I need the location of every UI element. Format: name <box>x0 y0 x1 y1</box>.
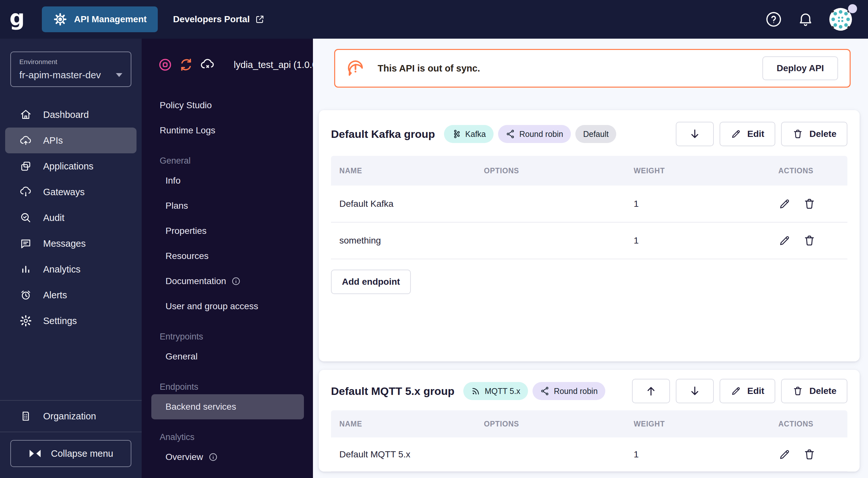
edit-endpoint-button[interactable] <box>778 234 791 247</box>
api-title: lydia_test_api (1.0.0) <box>234 60 313 70</box>
main-content: This API is out of sync. Deploy API Defa… <box>313 39 868 478</box>
api-menu-properties[interactable]: Properties <box>142 218 313 243</box>
badge-label: Kafka <box>465 129 486 139</box>
table-row: Default Kafka 1 <box>331 185 847 222</box>
table-header-row: NAME OPTIONS WEIGHT ACTIONS <box>331 410 847 438</box>
sidebar-item-dashboard[interactable]: Dashboard <box>5 102 136 127</box>
edit-group-button[interactable]: Edit <box>720 122 775 146</box>
external-link-icon <box>255 14 265 24</box>
sidebar-item-settings[interactable]: Settings <box>5 308 136 334</box>
endpoints-table: NAME OPTIONS WEIGHT ACTIONS Default Kafk… <box>331 156 847 259</box>
api-menu-label: Overview <box>165 452 203 462</box>
edit-endpoint-button[interactable] <box>778 198 791 210</box>
api-sync-icon[interactable] <box>178 57 194 72</box>
api-header: lydia_test_api (1.0.0) <box>142 55 313 74</box>
avatar-status-dot <box>848 4 857 13</box>
api-menu-plans[interactable]: Plans <box>142 193 313 218</box>
sidebar-item-audit[interactable]: Audit <box>5 205 136 231</box>
deploy-api-button[interactable]: Deploy API <box>763 56 838 80</box>
gravitee-logo[interactable]: g <box>0 7 34 31</box>
kafka-icon <box>452 129 461 139</box>
arrow-down-icon <box>688 385 701 397</box>
cell-name: something <box>331 222 475 259</box>
pencil-icon <box>731 386 741 396</box>
notifications-button[interactable] <box>797 11 814 28</box>
delete-endpoint-button[interactable] <box>803 448 816 461</box>
api-menu-resources[interactable]: Resources <box>142 243 313 269</box>
applications-icon <box>19 160 32 173</box>
pencil-icon <box>731 128 741 140</box>
sidebar-item-label: APIs <box>43 135 63 146</box>
sidebar-item-messages[interactable]: Messages <box>5 231 136 257</box>
col-header-options: OPTIONS <box>475 156 625 185</box>
environment-selector[interactable]: Environment fr-apim-master-dev <box>10 52 131 87</box>
api-menu-runtime-logs[interactable]: Runtime Logs <box>142 118 313 143</box>
edit-label: Edit <box>747 129 764 139</box>
chevron-down-icon <box>116 73 122 77</box>
badge-label: Round robin <box>519 129 563 139</box>
badge-round-robin: Round robin <box>532 382 605 400</box>
api-management-tab[interactable]: API Management <box>42 6 158 32</box>
sidebar-item-apis[interactable]: APIs <box>5 127 136 153</box>
delete-endpoint-button[interactable] <box>803 234 816 247</box>
collapse-icon <box>28 450 42 457</box>
sidebar-item-label: Settings <box>43 316 77 326</box>
home-icon <box>19 108 32 121</box>
badge-label: MQTT 5.x <box>485 387 520 396</box>
api-stop-icon[interactable] <box>158 57 173 72</box>
delete-label: Delete <box>809 386 836 396</box>
cell-name: Default Kafka <box>331 185 475 222</box>
sidebar-item-label: Dashboard <box>43 110 89 120</box>
sidebar-item-applications[interactable]: Applications <box>5 153 136 179</box>
api-menu-policy-studio[interactable]: Policy Studio <box>142 93 313 118</box>
sidebar-item-label: Alerts <box>43 290 67 301</box>
divider <box>0 431 142 432</box>
api-menu-user-group-access[interactable]: User and group access <box>142 294 313 319</box>
badge-label: Default <box>583 129 609 139</box>
api-menu-backend-services[interactable]: Backend services <box>151 394 304 419</box>
alarm-clock-icon <box>19 289 32 301</box>
move-group-up-button[interactable] <box>632 379 670 403</box>
delete-label: Delete <box>809 129 836 139</box>
help-button[interactable] <box>765 11 782 28</box>
audit-search-icon <box>19 211 32 224</box>
move-group-down-button[interactable] <box>676 122 714 146</box>
delete-group-button[interactable]: Delete <box>781 122 847 146</box>
cell-name: Default MQTT 5.x <box>331 438 475 472</box>
warning-bubble-icon <box>347 59 365 77</box>
api-not-deployed-cloud-icon[interactable] <box>199 57 216 73</box>
delete-endpoint-button[interactable] <box>803 197 816 211</box>
user-avatar[interactable] <box>829 7 852 31</box>
arrow-up-icon <box>645 385 657 397</box>
api-menu-info[interactable]: Info <box>142 168 313 193</box>
organization-icon <box>19 410 32 423</box>
badge-kafka: Kafka <box>444 125 494 143</box>
mqtt-signal-icon <box>471 386 481 396</box>
sidebar-item-alerts[interactable]: Alerts <box>5 282 136 308</box>
group-title: Default Kafka group <box>331 128 435 141</box>
collapse-menu-button[interactable]: Collapse menu <box>10 440 131 467</box>
api-menu-overview[interactable]: Overview <box>142 445 313 470</box>
col-header-actions: ACTIONS <box>770 410 847 438</box>
api-menu-entrypoints-general[interactable]: General <box>142 344 313 369</box>
edit-group-button[interactable]: Edit <box>720 379 775 403</box>
info-icon <box>231 276 241 286</box>
edit-endpoint-button[interactable] <box>778 448 791 461</box>
move-group-down-button[interactable] <box>676 379 714 403</box>
sidebar-nav: Dashboard APIs Applications <box>0 102 142 334</box>
sidebar-item-organization[interactable]: Organization <box>0 401 142 431</box>
group-title: Default MQTT 5.x group <box>331 385 454 397</box>
sidebar-item-label: Applications <box>43 161 93 172</box>
col-header-weight: WEIGHT <box>625 410 770 438</box>
share-nodes-icon <box>540 386 550 396</box>
cell-weight: 1 <box>625 222 770 259</box>
cloud-gateway-icon <box>19 185 32 199</box>
collapse-menu-label: Collapse menu <box>51 448 113 459</box>
main-sidebar: Environment fr-apim-master-dev Dashboard <box>0 39 142 478</box>
sidebar-item-gateways[interactable]: Gateways <box>5 179 136 205</box>
sidebar-item-analytics[interactable]: Analytics <box>5 257 136 282</box>
api-menu-documentation[interactable]: Documentation <box>142 269 313 294</box>
add-endpoint-button[interactable]: Add endpoint <box>331 270 411 294</box>
delete-group-button[interactable]: Delete <box>781 379 847 403</box>
developers-portal-link[interactable]: Developers Portal <box>173 14 265 25</box>
